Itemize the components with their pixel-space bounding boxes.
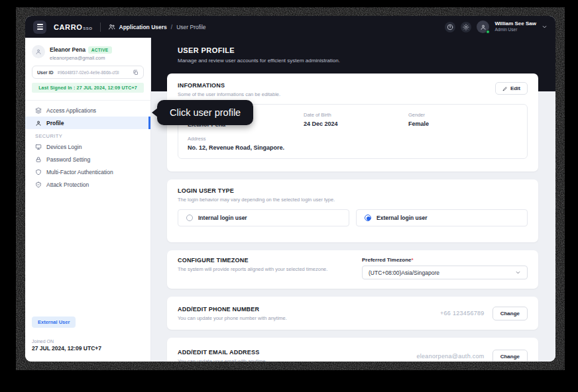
breadcrumb: Application Users / User Profile <box>108 23 206 30</box>
email-subtitle: You can update your email with anytime. <box>178 358 266 362</box>
status-badge: ACTIVE <box>88 46 112 54</box>
phone-number-card: ADD/EDIT PHONE NUMBER You can update you… <box>167 297 538 330</box>
users-icon <box>108 23 115 30</box>
sidebar-item-label: Profile <box>46 120 64 126</box>
brand-name: CARRO <box>54 23 82 31</box>
phone-subtitle: You can update your phone number with an… <box>178 315 287 321</box>
change-phone-button[interactable]: Change <box>492 307 528 320</box>
topbar-actions: William See Saw Admin User <box>445 21 548 33</box>
external-login-user-option[interactable]: External login user <box>356 209 528 226</box>
configure-timezone-card: CONFIGURE TIMEZONE The system will provi… <box>167 250 538 289</box>
topbar-user-role: Admin User <box>494 27 536 32</box>
sidebar-item-label: Access Applications <box>46 107 96 114</box>
sidebar-item-password-setting[interactable]: Password Setting <box>25 153 150 166</box>
email-address-card: ADD/EDIT EMAIL ADDRESS You can update yo… <box>167 338 538 362</box>
last-signed-in-banner: Last Signed In : 27 JUL 2024, 12:09 UTC+… <box>32 83 144 93</box>
user-id-label: User ID <box>37 70 54 75</box>
user-id-value: #96d48f37-02e0-4e9e-866b-cf3l <box>58 70 129 75</box>
email-value: eleanorpena@auth.com <box>416 353 484 360</box>
click-user-profile-tooltip: Click user profile <box>157 100 253 125</box>
phone-title: ADD/EDIT PHONE NUMBER <box>178 306 287 313</box>
chevron-down-icon <box>515 270 521 275</box>
timezone-subtitle: The system will provide reports aligned … <box>178 266 327 272</box>
sidebar-item-devices-login[interactable]: Devices Login <box>25 140 150 153</box>
timezone-title: CONFIGURE TIMEZONE <box>178 257 327 264</box>
user-menu-chevron-icon[interactable] <box>542 24 548 30</box>
sidebar: Eleanor PenaACTIVE eleanorpena@gmail.com… <box>25 38 151 362</box>
sidebar-item-attack-protection[interactable]: Attack Protection <box>25 178 150 191</box>
online-status-dot <box>486 30 490 34</box>
address-value: No. 12, Revenue Road, Singapore. <box>188 144 518 151</box>
topbar-divider <box>100 23 101 32</box>
phone-value: +66 123456789 <box>440 310 485 317</box>
radio-unchecked-icon[interactable] <box>186 215 193 221</box>
email-title: ADD/EDIT EMAIL ADDRESS <box>178 349 266 356</box>
breadcrumb-section[interactable]: Application Users <box>119 24 167 30</box>
address-label: Address <box>188 136 518 142</box>
sidebar-item-label: Multi-Factor Authentication <box>46 169 113 175</box>
sidebar-item-profile[interactable]: Profile <box>25 117 150 129</box>
sidebar-item-label: Devices Login <box>46 144 82 150</box>
sidebar-footer: External User Joined ON 27 JUL 2024, 12:… <box>25 315 150 362</box>
login-user-type-card: LOGIN USER TYPE The login behavior may v… <box>167 179 538 242</box>
topbar-user-info: William See Saw Admin User <box>494 21 536 32</box>
dob-label: Date of Birth <box>304 112 408 118</box>
timezone-selected-value: (UTC+08:00)Asia/Singapore <box>369 270 439 276</box>
radio-checked-icon[interactable] <box>365 215 371 221</box>
sidebar-user-name: Eleanor Pena <box>50 46 86 53</box>
sidebar-user-card: Eleanor PenaACTIVE eleanorpena@gmail.com… <box>25 38 150 97</box>
informations-title: INFORMATIONS <box>178 82 280 89</box>
sidebar-item-label: Password Setting <box>46 156 90 163</box>
edit-button[interactable]: Edit <box>495 82 528 95</box>
user-id-field: User ID #96d48f37-02e0-4e9e-866b-cf3l <box>32 66 144 79</box>
pencil-icon <box>502 86 508 91</box>
help-button[interactable] <box>445 22 455 32</box>
theme-toggle-button[interactable] <box>461 22 471 32</box>
lock-icon <box>35 156 42 163</box>
layers-icon <box>35 107 42 114</box>
timezone-select[interactable]: (UTC+08:00)Asia/Singapore <box>362 266 528 279</box>
topbar: CARRO SSO Application Users / User Profi… <box>25 16 555 38</box>
sidebar-user-avatar-icon <box>32 45 45 58</box>
copy-icon[interactable] <box>133 70 139 75</box>
sidebar-item-label: Attack Protection <box>46 181 89 188</box>
required-asterisk: * <box>412 257 414 263</box>
hamburger-menu-button[interactable] <box>33 21 46 34</box>
preferred-timezone-label: Preferred Timezone* <box>362 257 528 263</box>
app-window: CARRO SSO Application Users / User Profi… <box>25 16 555 362</box>
change-email-button[interactable]: Change <box>492 350 528 362</box>
page-subtitle: Manage and review user accounts for effi… <box>178 58 555 64</box>
gender-value: Female <box>408 121 518 127</box>
shield-icon <box>35 169 42 175</box>
gender-label: Gender <box>408 112 518 118</box>
user-icon <box>35 120 42 126</box>
sidebar-item-access-applications[interactable]: Access Applications <box>25 104 150 117</box>
brand-logo: CARRO SSO <box>54 23 93 31</box>
dob-value: 24 Dec 2024 <box>304 121 408 127</box>
internal-login-user-option[interactable]: Internal login user <box>178 209 349 226</box>
joined-on-value: 27 JUL 2024, 12:09 UTC+7 <box>32 345 144 352</box>
user-avatar[interactable] <box>477 21 489 33</box>
shield-check-icon <box>35 181 42 188</box>
topbar-user-name: William See Saw <box>494 21 536 27</box>
brand-suffix: SSO <box>83 26 92 30</box>
breadcrumb-page: User Profile <box>176 24 205 30</box>
sidebar-section-security: SECURITY <box>25 129 150 140</box>
login-type-title: LOGIN USER TYPE <box>178 187 528 194</box>
informations-subtitle: Some of the user informations can be edi… <box>178 91 280 97</box>
joined-on-label: Joined ON <box>32 339 144 344</box>
login-type-subtitle: The login behavior may vary depending on… <box>178 197 528 203</box>
breadcrumb-separator: / <box>171 24 172 30</box>
page-title: USER PROFILE <box>178 46 555 54</box>
external-user-badge: External User <box>32 317 76 328</box>
monitor-icon <box>35 144 42 150</box>
sidebar-item-multi-factor-authentication[interactable]: Multi-Factor Authentication <box>25 166 150 178</box>
sidebar-nav: Access Applications Profile SECURITY Dev… <box>25 101 150 191</box>
main-content: USER PROFILE Manage and review user acco… <box>151 38 555 362</box>
sidebar-user-email: eleanorpena@gmail.com <box>50 55 112 61</box>
